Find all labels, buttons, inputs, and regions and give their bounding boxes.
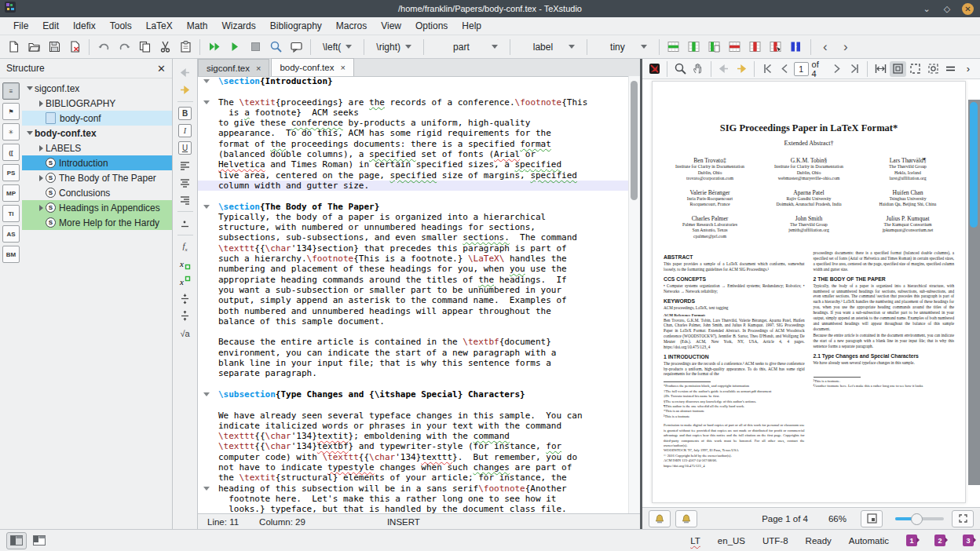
tree-item-headings-in-appendices[interactable]: SHeadings in Appendices xyxy=(22,200,172,215)
fold-marker-icon[interactable] xyxy=(203,205,210,209)
pdf-tool-button-1[interactable] xyxy=(649,510,671,527)
asymptote-view-icon[interactable]: AS xyxy=(2,225,20,243)
status-ready-status[interactable]: Ready xyxy=(806,536,832,546)
align-right-icon[interactable] xyxy=(177,192,194,207)
close-icon[interactable]: ✕ xyxy=(962,3,974,15)
add-column-icon[interactable] xyxy=(685,38,704,57)
save-file-icon[interactable] xyxy=(45,38,64,57)
subscript-icon[interactable]: x xyxy=(177,257,194,272)
open-file-icon[interactable] xyxy=(24,38,43,57)
tree-item-labels[interactable]: LABELS xyxy=(22,140,172,155)
underline-icon[interactable]: U xyxy=(177,140,194,155)
menu-macros[interactable]: Macros xyxy=(329,17,374,35)
stop-icon[interactable] xyxy=(246,38,265,57)
paste-column-icon[interactable] xyxy=(705,38,724,57)
align-left-icon[interactable] xyxy=(177,158,194,173)
redo-icon[interactable] xyxy=(115,38,133,57)
bookmark-1-icon[interactable]: 1 xyxy=(906,535,917,546)
fraction-alt-icon[interactable] xyxy=(177,308,194,323)
chevron-collapsed-icon[interactable] xyxy=(36,145,46,151)
remove-column-icon[interactable] xyxy=(746,38,765,57)
tree-item-sigconf-tex[interactable]: sigconf.tex xyxy=(22,81,172,96)
tab-close-icon[interactable]: × xyxy=(256,64,261,73)
underline-dot-icon[interactable] xyxy=(177,216,194,231)
menu-icon[interactable] xyxy=(942,61,958,77)
italic-icon[interactable]: I xyxy=(177,123,194,138)
tab-close-icon[interactable]: × xyxy=(340,63,345,72)
new-file-icon[interactable] xyxy=(4,38,23,57)
fold-gutter[interactable] xyxy=(198,76,217,514)
right-bracket-select[interactable]: \right) xyxy=(370,40,418,54)
zoom-slider[interactable] xyxy=(895,517,944,520)
pdf-scrollbar[interactable] xyxy=(968,100,980,485)
minimize-icon[interactable]: ⌄ xyxy=(921,3,932,14)
add-row-icon[interactable] xyxy=(664,38,683,57)
select-region-icon[interactable] xyxy=(908,61,923,77)
close-file-icon[interactable] xyxy=(65,38,84,57)
status-locale[interactable]: en_US xyxy=(718,536,745,546)
status-compile-mode[interactable]: Automatic xyxy=(849,536,889,546)
toggle-log-panel-icon[interactable] xyxy=(30,533,49,549)
bookmark-3-icon[interactable]: 3 xyxy=(963,535,974,546)
chevron-expanded-icon[interactable] xyxy=(25,86,35,90)
pdf-tool-button-2[interactable] xyxy=(675,510,697,527)
title-bar[interactable]: /home/franklin/Papers/body-conf.tex - Te… xyxy=(0,0,980,17)
next-page-icon[interactable] xyxy=(829,61,845,77)
previous-page-icon[interactable] xyxy=(777,61,793,77)
view-icon[interactable] xyxy=(225,38,244,57)
chevron-expanded-icon[interactable] xyxy=(25,131,35,135)
expand-icon[interactable] xyxy=(952,510,974,527)
menu-latex[interactable]: LaTeX xyxy=(139,17,180,35)
hand-tool-icon[interactable] xyxy=(690,61,706,77)
editor-scrollbar-thumb[interactable] xyxy=(631,81,638,200)
symbols-view-icon[interactable]: ✳ xyxy=(2,123,20,140)
code-editor[interactable]: \section{Introduction} The \textit{proce… xyxy=(198,76,629,514)
magnifier-icon[interactable] xyxy=(672,61,688,77)
fraction-icon[interactable] xyxy=(177,291,194,306)
menu-edit[interactable]: Edit xyxy=(35,17,66,35)
cut-column-icon[interactable] xyxy=(766,38,785,57)
menu-idefix[interactable]: Idefix xyxy=(66,17,103,35)
fold-marker-icon[interactable] xyxy=(203,392,210,396)
cut-icon[interactable] xyxy=(155,38,174,57)
tree-item-body-conf-tex[interactable]: body-conf.tex xyxy=(22,126,172,140)
align-center-icon[interactable] xyxy=(177,175,194,190)
back-icon[interactable] xyxy=(177,65,194,80)
last-page-icon[interactable] xyxy=(847,61,862,77)
tikz-view-icon[interactable]: TI xyxy=(2,205,20,222)
chevron-right-icon[interactable]: › xyxy=(960,61,976,77)
function-icon[interactable]: fx xyxy=(177,239,194,254)
zoom-slider-knob[interactable] xyxy=(911,513,923,525)
tree-item-introduction[interactable]: SIntroduction xyxy=(22,155,172,170)
pdf-scrollbar-thumb[interactable] xyxy=(970,102,978,228)
pdf-content[interactable]: SIG Proceedings Paper in LaTeX Format* E… xyxy=(642,79,980,507)
tree-item-bibliography[interactable]: BIBLIOGRAPHY xyxy=(22,96,172,111)
comment-icon[interactable] xyxy=(287,38,305,57)
magnify-region-icon[interactable] xyxy=(925,61,941,77)
paste-icon[interactable] xyxy=(176,38,195,57)
brackets-view-icon[interactable]: ([ xyxy=(2,144,20,161)
next-icon[interactable]: › xyxy=(836,38,855,57)
menu-help[interactable]: Help xyxy=(455,17,488,35)
menu-bibliography[interactable]: Bibliography xyxy=(263,17,329,35)
copy-icon[interactable] xyxy=(135,38,154,57)
align-columns-icon[interactable] xyxy=(787,38,806,57)
fit-width-icon[interactable] xyxy=(872,61,888,77)
build-and-view-icon[interactable] xyxy=(205,38,224,57)
sectioning-select[interactable]: part xyxy=(430,40,504,54)
first-page-icon[interactable] xyxy=(759,61,775,77)
menu-tools[interactable]: Tools xyxy=(103,17,139,35)
fold-marker-icon[interactable] xyxy=(203,487,210,491)
menu-file[interactable]: File xyxy=(6,17,35,35)
fold-marker-icon[interactable] xyxy=(203,79,210,83)
bold-icon[interactable]: B xyxy=(177,106,194,121)
fontsize-select[interactable]: tiny xyxy=(593,40,653,54)
bookmark-2-icon[interactable]: 2 xyxy=(934,535,945,546)
reference-select[interactable]: label xyxy=(516,40,581,54)
fold-marker-icon[interactable] xyxy=(203,100,210,104)
undo-icon[interactable] xyxy=(94,38,113,57)
sqrt-icon[interactable]: √a xyxy=(177,326,194,341)
pdf-page[interactable]: SIG Proceedings Paper in LaTeX Format* E… xyxy=(652,81,966,503)
pstricks-view-icon[interactable]: PS xyxy=(2,164,20,181)
left-bracket-select[interactable]: \left( xyxy=(316,40,358,54)
